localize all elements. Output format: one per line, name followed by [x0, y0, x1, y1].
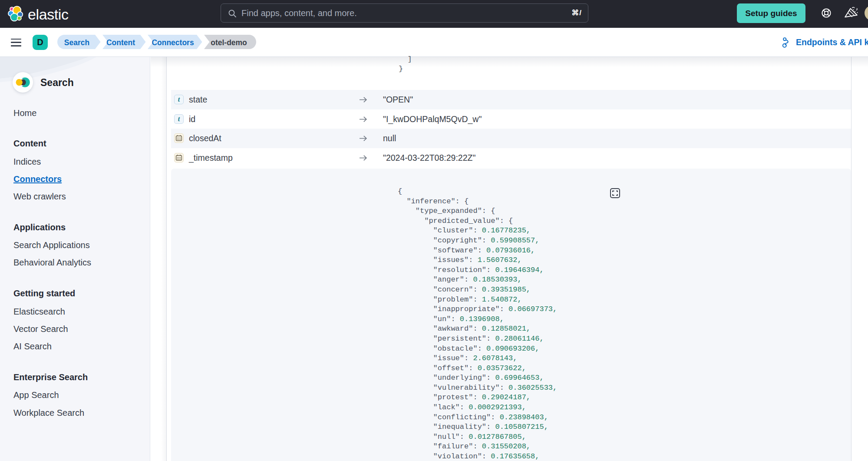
svg-text:Search: Search — [64, 38, 89, 47]
svg-text:Connectors: Connectors — [152, 38, 194, 47]
svg-text:Content: Content — [106, 38, 135, 47]
svg-text:otel-demo: otel-demo — [211, 38, 247, 47]
